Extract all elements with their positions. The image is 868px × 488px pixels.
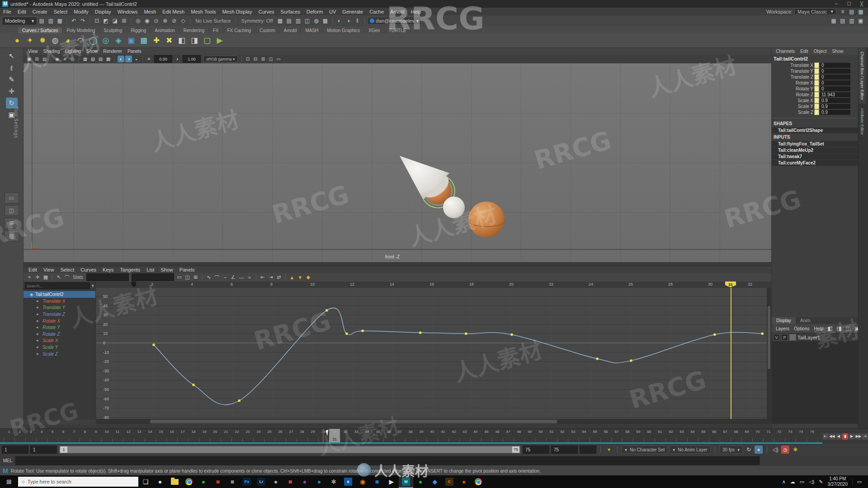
mute-icon[interactable]: ◄ (35, 319, 39, 323)
small-sphere[interactable] (443, 197, 465, 218)
layout-button[interactable]: ◫ (5, 205, 19, 216)
shelf-icon[interactable]: ◯ (88, 35, 99, 46)
shelf-tab-turtle[interactable]: TURTLE (385, 28, 411, 33)
outliner-channel-translate-x[interactable]: ◄Translate X (24, 298, 95, 305)
menu-set-dropdown[interactable]: Modeling▾ (2, 17, 37, 25)
keyframe[interactable] (630, 360, 632, 362)
layer-menu-help[interactable]: Help (811, 326, 826, 331)
channel-box-menu-object[interactable]: Object (811, 49, 829, 54)
viewport-field[interactable] (183, 55, 201, 63)
graph-canvas[interactable]: 50403020100-10-20-30-40-50-60-70-80 (96, 288, 771, 419)
channel-box-menu-channels[interactable]: Channels (774, 49, 797, 54)
status-icon[interactable]: ▥ (47, 17, 55, 25)
shelf-tab-xgen[interactable]: XGen (364, 28, 385, 33)
playback-0[interactable]: ⇤ (822, 433, 829, 440)
tray-icon[interactable]: ◁) (809, 479, 814, 485)
notification-center-icon[interactable]: ▭ (852, 479, 866, 485)
taskbar-search[interactable]: ○ Type here to search (18, 477, 138, 487)
mute-icon[interactable]: ◄ (35, 332, 39, 336)
shelf-tab-fx-caching[interactable]: FX Caching (223, 28, 255, 33)
viewport-toolbar-icon[interactable]: ☀ (146, 56, 152, 62)
menu-mesh[interactable]: Mesh (141, 9, 159, 14)
layout-button[interactable]: ▤ (5, 230, 19, 241)
keyframe[interactable] (596, 358, 599, 360)
panel-toggle-icon[interactable]: ▥ (848, 17, 856, 25)
menu-mesh-tools[interactable]: Mesh Tools (188, 9, 219, 14)
viewport-toolbar-icon[interactable]: ◗ (174, 56, 181, 62)
outliner-channel-rotate-y[interactable]: ◄Rotate Y (24, 324, 95, 331)
graph-toolbar-icon[interactable]: ∿ (205, 274, 212, 281)
viewport-toolbar-icon[interactable]: ▭ (275, 56, 282, 62)
graph-toolbar-icon[interactable]: ✛ (34, 274, 41, 281)
graph-toolbar-icon[interactable]: ⌒ (213, 274, 221, 281)
shape-node[interactable]: Tail:tailContrl2Shape (772, 127, 858, 133)
graph-menu-edit[interactable]: Edit (25, 267, 40, 272)
menu-cache[interactable]: Cache (366, 9, 387, 14)
outliner-node-row[interactable]: ◈ Tail:tailContrl2 (24, 291, 95, 298)
menu-curves[interactable]: Curves (255, 9, 278, 14)
range-slider-bar-inner[interactable] (60, 446, 519, 453)
graph-toolbar-icon[interactable]: ⌖ (26, 274, 33, 281)
keyframe[interactable] (345, 333, 348, 335)
layer-tab-display[interactable]: Display (772, 317, 796, 324)
channel-value[interactable]: 0 (820, 63, 850, 68)
taskbar-clock[interactable]: 1:40 PM3/27/2020 (828, 476, 848, 487)
menu-create[interactable]: Create (29, 9, 51, 14)
mute-audio-button[interactable]: ◁) (771, 446, 779, 454)
viewport-toolbar-icon[interactable]: ⊞ (33, 56, 40, 62)
channel-value[interactable]: 0 (820, 86, 850, 91)
viewport-toolbar-icon[interactable]: ◐ (118, 56, 124, 62)
taskbar-app-icon[interactable]: ■ (283, 475, 297, 488)
menu-arnold[interactable]: Arnold (387, 9, 408, 14)
keyframe[interactable] (465, 333, 467, 335)
keyframe[interactable] (362, 330, 364, 332)
playback-1[interactable]: ◀◀ (829, 433, 835, 440)
panel-toggle-icon[interactable]: ▦ (830, 17, 838, 25)
mute-icon[interactable]: ◄ (35, 305, 39, 310)
shelf-tab-rigging[interactable]: Rigging (127, 28, 151, 33)
key-indicator[interactable] (814, 74, 819, 80)
channel-box-menu-show[interactable]: Show (830, 49, 845, 54)
playback-4[interactable]: ▶ (849, 433, 855, 440)
maximize-button[interactable]: ☐ (843, 1, 855, 6)
tray-icon[interactable]: ☁ (790, 479, 795, 485)
key-indicator[interactable] (814, 109, 819, 115)
graph-toolbar-icon[interactable]: ⌒ (63, 274, 71, 281)
fps-dropdown[interactable]: 30 fps▾ (719, 446, 743, 454)
graph-toolbar-icon[interactable]: ⇄ (275, 274, 283, 281)
graph-menu-curves[interactable]: Curves (77, 267, 99, 272)
graph-menu-list[interactable]: List (143, 267, 157, 272)
layer-icon[interactable]: ◨ (835, 324, 843, 333)
outliner-channel-scale-y[interactable]: ◄Scale Y (24, 344, 95, 351)
viewport-toolbar-icon[interactable]: ◒ (133, 56, 140, 62)
menu-file[interactable]: File (0, 9, 14, 14)
status-icon[interactable]: ⊞ (120, 17, 128, 25)
layer-color-swatch[interactable] (789, 334, 796, 341)
layer-visible-toggle[interactable]: V (773, 334, 780, 341)
shelf-icon[interactable]: ◍ (50, 35, 61, 46)
shelf-tab-animation[interactable]: Animation (151, 28, 179, 33)
keyframe[interactable] (761, 333, 764, 335)
graph-time-ruler[interactable]: 246810121416182022242628303231 (96, 282, 771, 288)
key-indicator[interactable] (814, 92, 819, 98)
viewport-menu-view[interactable]: View (25, 49, 41, 54)
shelf-tab-fx[interactable]: FX (209, 28, 223, 33)
mute-icon[interactable]: ◄ (35, 312, 39, 316)
status-icon[interactable]: ◪ (111, 17, 119, 25)
playback-2[interactable]: ◀ (835, 433, 842, 440)
status-icon[interactable]: ▩ (321, 17, 330, 25)
animation-preferences-button[interactable]: ◷ (781, 446, 789, 454)
mute-icon[interactable]: ◄ (35, 299, 39, 303)
layer-playback-toggle[interactable]: P (781, 334, 788, 341)
status-icon[interactable]: ◉ (143, 17, 151, 25)
shelf-icon[interactable]: ✹ (37, 35, 48, 46)
stats-field-2[interactable] (132, 273, 174, 281)
viewport-toolbar-icon[interactable]: ▣ (26, 56, 33, 62)
shelf-tab-sculpting[interactable]: Sculpting (99, 28, 127, 33)
playback-3[interactable]: ▮ (842, 433, 849, 440)
status-icon[interactable]: ↷ (79, 17, 87, 25)
layer-menu-options[interactable]: Options (792, 326, 811, 331)
outliner-channel-rotate-z[interactable]: ◄Rotate Z (24, 331, 95, 338)
extra-field[interactable] (580, 446, 596, 454)
graph-menu-view[interactable]: View (40, 267, 57, 272)
